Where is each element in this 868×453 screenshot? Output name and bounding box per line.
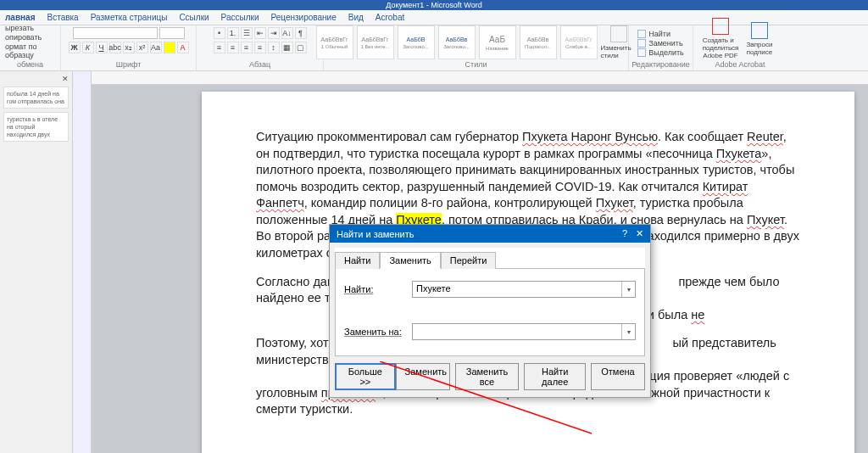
request-sign-button[interactable]: Запросиподписе [742,22,777,56]
dialog-tabs: Найти Заменить Перейти [335,248,645,269]
horizontal-ruler[interactable] [92,71,868,85]
group-font: Ж К Ч abc x₂ x² Aa A Шрифт [61,25,197,70]
bullets-button[interactable]: • [214,27,225,39]
dlg-tab-goto[interactable]: Перейти [441,252,497,269]
replace-label: Заменить на: [344,327,412,337]
group-editing-label: Редактирование [632,60,690,69]
nav-result-1[interactable]: побыла 14 дней на гом отправилась она [3,87,69,109]
align-left-button[interactable]: ≡ [214,42,225,53]
ruler-corner [73,71,92,453]
group-styles: АаБбВвГг1 Обычный АаБбВвГг1 Без инте... … [324,25,629,70]
copy-button[interactable]: опировать [5,33,55,42]
dialog-body: Найти: Пхукете ▾ Заменить на: ▾ [335,269,645,356]
sub-button[interactable]: x₂ [123,42,135,53]
replace-icon [637,39,646,48]
group-styles-label: Стили [465,60,487,69]
group-paragraph-label: Абзац [249,60,270,69]
font-buttons: Ж К Ч abc x₂ x² Aa A [69,42,189,53]
change-styles-icon [610,25,627,42]
tab-review[interactable]: Рецензирование [271,13,337,22]
sup-button[interactable]: x² [136,42,148,53]
navigation-pane: ✕ побыла 14 дней на гом отправилась она … [0,71,73,453]
font-color-button[interactable]: A [177,42,189,53]
shading-button[interactable]: ▦ [281,42,293,53]
replace-all-button[interactable]: Заменить все [455,363,520,390]
tab-mail[interactable]: Рассылки [221,13,259,22]
find-icon [637,30,646,38]
align-right-button[interactable]: ≡ [241,42,253,53]
sign-icon [751,22,768,39]
case-button[interactable]: Aa [150,42,162,53]
pdf-icon [712,18,729,35]
chevron-down-icon[interactable]: ▾ [621,282,635,297]
tab-view[interactable]: Вид [348,13,364,22]
sort-button[interactable]: A↓ [281,27,293,39]
ribbon: ырезать опировать ормат по образцу обмен… [0,25,868,71]
group-editing: Найти Заменить Выделить Редактирование [629,25,693,70]
dlg-tab-replace[interactable]: Заменить [380,252,440,269]
select-button[interactable]: Выделить [637,48,684,57]
style-nospacing[interactable]: АаБбВвГг1 Без инте... [357,25,394,59]
cut-button[interactable]: ырезать [5,24,55,32]
nav-close-button[interactable]: ✕ [3,75,69,83]
tab-links[interactable]: Ссылки [179,13,209,22]
tab-acrobat[interactable]: Acrobat [376,13,404,22]
find-label: Найти: [344,284,412,294]
replace-one-button[interactable]: Заменить [396,363,450,390]
dialog-title-bar[interactable]: Найти и заменить ? ✕ [330,225,650,243]
group-clipboard-label: обмена [17,60,43,69]
find-replace-dialog: Найти и заменить ? ✕ Найти Заменить Пере… [329,224,651,398]
outdent-button[interactable]: ⇤ [254,27,266,39]
justify-button[interactable]: ≡ [254,42,266,53]
multilevel-button[interactable]: ☰ [241,27,253,39]
tab-layout[interactable]: Разметка страницы [91,13,168,22]
chevron-down-icon[interactable]: ▾ [621,324,635,339]
italic-button[interactable]: К [82,42,94,53]
replace-button[interactable]: Заменить [637,39,684,48]
dlg-tab-find[interactable]: Найти [335,252,380,269]
nav-result-2[interactable]: туристка ь в отеле на оторый находился д… [3,112,69,142]
style-subtitle[interactable]: АаБбВвПодзагол... [520,25,557,59]
group-paragraph: • 1. ☰ ⇤ ⇥ A↓ ¶ ≡ ≡ ≡ ≡ ↕ ▦ ▢ Абзац [197,25,324,70]
group-acrobat: Создать и поделитьсяAdobe PDF Запросипод… [693,25,787,70]
format-painter-button[interactable]: ормат по образцу [5,42,55,59]
find-button[interactable]: Найти [637,30,684,38]
window-title-bar: Документ1 - Microsoft Word [0,0,868,10]
font-name-picker[interactable] [73,27,158,39]
numbering-button[interactable]: 1. [227,27,239,39]
dialog-title: Найти и заменить [337,229,414,239]
group-font-label: Шрифт [116,60,142,69]
dialog-help-button[interactable]: ? [622,228,627,239]
highlight-button[interactable] [164,42,175,53]
spacing-button[interactable]: ↕ [268,42,280,53]
select-icon [637,48,646,57]
align-center-button[interactable]: ≡ [227,42,239,53]
window-title: Документ1 - Microsoft Word [386,1,481,9]
group-acrobat-label: Adobe Acrobat [715,60,765,69]
underline-button[interactable]: Ч [96,42,108,53]
style-title[interactable]: АаБНазвание [479,25,516,59]
find-next-button[interactable]: Найти далее [524,363,586,390]
indent-button[interactable]: ⇥ [268,27,280,39]
replace-input[interactable]: ▾ [412,323,636,340]
borders-button[interactable]: ▢ [295,42,307,53]
more-button[interactable]: Больше >> [335,363,396,390]
dialog-buttons: Больше >> Заменить Заменить все Найти да… [330,356,650,397]
font-size-picker[interactable] [159,27,185,39]
find-input[interactable]: Пхукете ▾ [412,281,636,298]
tab-home[interactable]: лавная [5,13,36,22]
strike-button[interactable]: abc [109,42,121,53]
style-heading1[interactable]: АаБбВЗаголово... [398,25,435,59]
tab-insert[interactable]: Вставка [47,13,79,22]
bold-button[interactable]: Ж [69,42,81,53]
style-normal[interactable]: АаБбВвГг1 Обычный [316,25,353,59]
pilcrow-button[interactable]: ¶ [295,27,307,39]
style-heading2[interactable]: АаБбВвЗаголово... [438,25,476,59]
group-clipboard: ырезать опировать ормат по образцу обмен… [0,25,61,70]
cancel-button[interactable]: Отмена [591,363,645,390]
dialog-close-button[interactable]: ✕ [636,228,643,239]
create-pdf-button[interactable]: Создать и поделитьсяAdobe PDF [703,18,738,59]
style-subtle[interactable]: АаБбВвГгСлабое в... [560,25,598,59]
